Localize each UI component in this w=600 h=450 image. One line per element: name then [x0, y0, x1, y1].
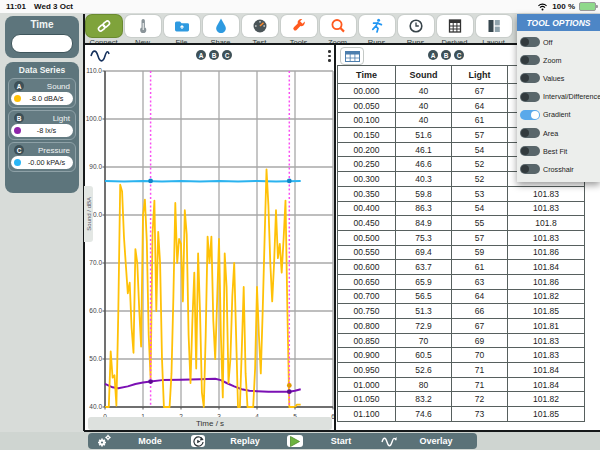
- time-value-field[interactable]: [11, 34, 73, 53]
- tool-options-body: OffZoomValuesInterval/DifferenceGradient…: [517, 31, 600, 182]
- table-row[interactable]: 00.45084.955101.8: [338, 216, 585, 231]
- col-header-light[interactable]: Light: [452, 66, 508, 84]
- table-cell: 64: [452, 98, 508, 113]
- toggle-switch[interactable]: [520, 110, 540, 120]
- table-row[interactable]: 00.70056.564101.82: [338, 289, 585, 304]
- mode-button[interactable]: Mode: [88, 433, 190, 449]
- tool-option-best-fit[interactable]: Best Fit: [517, 142, 600, 160]
- table-cell: 101.83: [508, 230, 585, 245]
- series-badge-c[interactable]: C: [454, 50, 464, 60]
- svg-text:40.0: 40.0: [89, 403, 102, 410]
- table-row[interactable]: 00.60063.761101.84: [338, 260, 585, 275]
- table-cell: 00.850: [338, 333, 396, 348]
- chart-plot[interactable]: 40.050.060.070.080.090.0100.0110.0012345…: [85, 45, 334, 432]
- table-cell: 83.2: [396, 392, 452, 407]
- series-badge-a: A: [14, 81, 24, 91]
- gauge-icon: [242, 15, 278, 37]
- table-cell: 00.050: [338, 98, 396, 113]
- table-cell: 101.81: [508, 319, 585, 334]
- series-card-sound[interactable]: A Sound -8.0 dBA/s: [8, 78, 76, 108]
- table-cell: 00.350: [338, 186, 396, 201]
- table-row[interactable]: 00.40086.354101.83: [338, 201, 585, 216]
- data-series-panel: Data Series A Sound -8.0 dBA/s B Light -…: [5, 62, 79, 193]
- table-series-badges[interactable]: ABC: [428, 50, 464, 60]
- table-row[interactable]: 00.90060.570101.83: [338, 348, 585, 363]
- clock-icon: [398, 15, 434, 37]
- tool-option-area[interactable]: Area: [517, 124, 600, 142]
- series-card-pressure[interactable]: C Pressure -0.00 kPA/s: [8, 142, 76, 172]
- tool-option-values[interactable]: Values: [517, 69, 600, 87]
- replay-button[interactable]: Replay: [183, 433, 287, 449]
- tool-option-label: Values: [543, 74, 564, 83]
- table-view-icon[interactable]: [340, 47, 364, 65]
- table-cell: 59: [452, 245, 508, 260]
- toggle-switch[interactable]: [520, 73, 540, 83]
- table-row[interactable]: 01.10074.673101.85: [338, 407, 585, 422]
- table-cell: 00.950: [338, 363, 396, 378]
- table-row[interactable]: 00.8507069101.83: [338, 333, 585, 348]
- tool-option-crosshair[interactable]: Crosshair: [517, 160, 600, 178]
- table-cell: 00.100: [338, 113, 396, 128]
- toggle-switch[interactable]: [520, 128, 540, 138]
- table-row[interactable]: 00.95052.671101.84: [338, 363, 585, 378]
- table-cell: 101.86: [508, 274, 585, 289]
- table-cell: 72: [452, 392, 508, 407]
- series-badge-b[interactable]: B: [441, 50, 451, 60]
- table-cell: 40: [396, 98, 452, 113]
- table-cell: 52.6: [396, 363, 452, 378]
- table-cell: 101.83: [508, 201, 585, 216]
- table-row[interactable]: 00.80072.967101.81: [338, 319, 585, 334]
- series-badge-a[interactable]: A: [428, 50, 438, 60]
- table-cell: 80: [396, 377, 452, 392]
- tool-option-label: Off: [543, 38, 552, 47]
- data-series-title: Data Series: [5, 63, 79, 76]
- start-button[interactable]: Start: [279, 433, 381, 449]
- tool-option-zoom[interactable]: Zoom: [517, 51, 600, 69]
- table-cell: 66: [452, 304, 508, 319]
- table-cell: 00.800: [338, 319, 396, 334]
- col-header-time[interactable]: Time: [338, 66, 396, 84]
- table-cell: 101.86: [508, 245, 585, 260]
- toggle-switch[interactable]: [520, 92, 540, 102]
- table-row[interactable]: 01.05083.272101.82: [338, 392, 585, 407]
- bottom-divider: [84, 430, 600, 432]
- series-card-light[interactable]: B Light -8 lx/s: [8, 110, 76, 140]
- series-badge-b: B: [14, 113, 24, 123]
- table-row[interactable]: 00.65065.963101.86: [338, 274, 585, 289]
- table-cell: 101.85: [508, 407, 585, 422]
- tool-option-label: Best Fit: [543, 147, 567, 156]
- table-row[interactable]: 00.55069.459101.86: [338, 245, 585, 260]
- toggle-switch[interactable]: [520, 55, 540, 65]
- svg-text:110.0: 110.0: [86, 67, 102, 74]
- table-cell: 56.5: [396, 289, 452, 304]
- x-axis-label-bar[interactable]: Time / s: [88, 417, 332, 430]
- time-panel-title: Time: [5, 16, 79, 30]
- table-row[interactable]: 00.50075.357101.83: [338, 230, 585, 245]
- toggle-switch[interactable]: [520, 146, 540, 156]
- table-cell: 67: [452, 84, 508, 99]
- toggle-switch[interactable]: [520, 164, 540, 174]
- table-cell: 60.5: [396, 348, 452, 363]
- tool-option-interval-difference[interactable]: Interval/Difference: [517, 88, 600, 106]
- status-bar: 11:01 Wed 3 Oct 100 %: [0, 0, 600, 13]
- series-value: -8.0 dBA/s: [23, 94, 70, 103]
- toggle-switch[interactable]: [520, 37, 540, 47]
- table-cell: 01.000: [338, 377, 396, 392]
- table-cell: 46.6: [396, 157, 452, 172]
- tool-option-gradient[interactable]: Gradient: [517, 106, 600, 124]
- table-cell: 71: [452, 377, 508, 392]
- table-cell: 00.600: [338, 260, 396, 275]
- tool-option-off[interactable]: Off: [517, 33, 600, 51]
- table-cell: 101.82: [508, 289, 585, 304]
- table-row[interactable]: 00.35059.853101.83: [338, 186, 585, 201]
- svg-text:70.0: 70.0: [89, 259, 102, 266]
- tool-option-label: Crosshair: [543, 165, 574, 174]
- table-cell: 86.3: [396, 201, 452, 216]
- overlay-button[interactable]: Overlay: [373, 433, 477, 449]
- table-row[interactable]: 01.0008071101.84: [338, 377, 585, 392]
- tool-option-label: Gradient: [543, 110, 571, 119]
- col-header-sound[interactable]: Sound: [396, 66, 452, 84]
- table-cell: 101.83: [508, 186, 585, 201]
- table-row[interactable]: 00.75051.366101.85: [338, 304, 585, 319]
- tool-options-popover: TOOL OPTIONS OffZoomValuesInterval/Diffe…: [517, 14, 600, 182]
